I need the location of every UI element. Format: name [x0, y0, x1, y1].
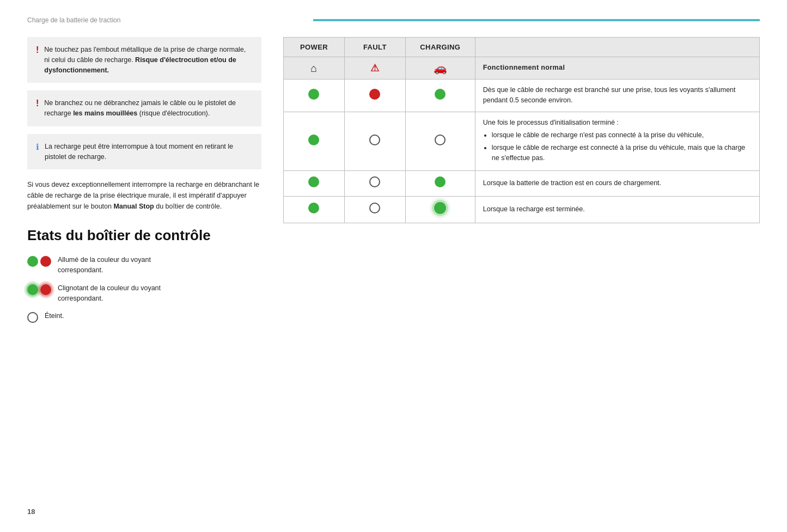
row4-power	[284, 197, 345, 223]
col-fault-icon: ⚠	[344, 57, 405, 80]
col-description-label	[475, 38, 759, 57]
warning-box-2: ! Ne branchez ou ne débranchez jamais le…	[27, 90, 261, 126]
normal-operation-label: Fonctionnement normal	[483, 64, 565, 71]
warning-text-1: Ne touchez pas l'embout métallique de la…	[44, 45, 253, 75]
main-layout: ! Ne touchez pas l'embout métallique de …	[27, 37, 760, 331]
led-row4-fault	[369, 203, 380, 213]
row4-fault	[344, 197, 405, 223]
led-off	[27, 312, 38, 323]
right-column: POWER FAULT CHARGING ⌂ ⚠ 🚗	[283, 37, 760, 331]
col-charging-label: CHARGING	[405, 38, 475, 57]
row1-power	[284, 80, 345, 112]
legend-item-off: Éteint.	[27, 311, 261, 323]
led-green-blink	[27, 284, 38, 295]
row2-description: Une fois le processus d'initialisation t…	[483, 118, 752, 164]
car-icon: 🚗	[434, 62, 447, 74]
col-charging-icon: 🚗	[405, 57, 475, 80]
table-row-2: Une fois le processus d'initialisation t…	[284, 112, 760, 171]
top-bar: Charge de la batterie de traction	[27, 16, 760, 24]
table-header-icons: ⌂ ⚠ 🚗 Fonctionnement normal	[284, 57, 760, 80]
legend-item-solid: Allumé de la couleur du voyantcorrespond…	[27, 255, 261, 276]
row4-description: Lorsque la recharge est terminée.	[483, 205, 585, 213]
row3-power	[284, 171, 345, 197]
top-bar-accent	[313, 19, 760, 21]
info-icon-1: ℹ	[36, 142, 39, 152]
exclamation-icon-2: !	[36, 99, 39, 108]
legend-text-blink: Clignotant de la couleur du voyantcorres…	[58, 283, 161, 304]
row3-desc: Lorsque la batterie de traction est en c…	[475, 171, 759, 197]
section-title: Etats du boîtier de contrôle	[27, 227, 261, 244]
led-row4-charging-blink	[434, 202, 446, 214]
led-row1-charging	[435, 89, 446, 100]
free-text: Si vous devez exceptionnellement interro…	[27, 179, 261, 212]
led-red-solid	[40, 256, 51, 267]
page-title: Charge de la batterie de traction	[27, 16, 120, 24]
led-row3-charging	[435, 176, 446, 187]
table-header-labels: POWER FAULT CHARGING	[284, 38, 760, 57]
info-text-1: La recharge peut être interrompue à tout…	[45, 142, 253, 162]
exclamation-icon-1: !	[36, 45, 39, 55]
table-row-3: Lorsque la batterie de traction est en c…	[284, 171, 760, 197]
row1-charging	[405, 80, 475, 112]
led-row1-fault	[369, 89, 380, 100]
col-power-icon: ⌂	[284, 57, 345, 80]
status-table: POWER FAULT CHARGING ⌂ ⚠ 🚗	[283, 37, 760, 223]
row1-desc: Dès que le câble de recharge est branché…	[475, 80, 759, 112]
left-column: ! Ne touchez pas l'embout métallique de …	[27, 37, 261, 331]
legend-icons-off	[27, 312, 38, 323]
col-desc-fonctionnement: Fonctionnement normal	[475, 57, 759, 80]
warning-box-1: ! Ne touchez pas l'embout métallique de …	[27, 37, 261, 83]
led-row2-fault	[369, 134, 380, 145]
legend-text-off: Éteint.	[45, 311, 64, 321]
row3-description: Lorsque la batterie de traction est en c…	[483, 179, 661, 187]
led-green-solid	[27, 256, 38, 267]
col-power-label: POWER	[284, 38, 345, 57]
page-number: 18	[27, 507, 35, 516]
row2-charging	[405, 112, 475, 171]
table-row-1: Dès que le câble de recharge est branché…	[284, 80, 760, 112]
row2-power	[284, 112, 345, 171]
legend-icons-solid	[27, 256, 51, 267]
info-box-1: ℹ La recharge peut être interrompue à to…	[27, 134, 261, 170]
row1-fault	[344, 80, 405, 112]
row3-fault	[344, 171, 405, 197]
legend-text-solid: Allumé de la couleur du voyantcorrespond…	[58, 255, 151, 276]
led-row3-power	[308, 176, 319, 187]
warning-text-2: Ne branchez ou ne débranchez jamais le c…	[44, 98, 253, 119]
warning-triangle-icon: ⚠	[370, 63, 379, 74]
led-row3-fault	[369, 176, 380, 187]
legend-item-blink: Clignotant de la couleur du voyantcorres…	[27, 283, 261, 304]
row2-desc: Une fois le processus d'initialisation t…	[475, 112, 759, 171]
house-icon: ⌂	[310, 62, 317, 74]
led-row2-power	[308, 134, 319, 145]
led-row4-power	[308, 203, 319, 213]
led-row1-power	[308, 89, 319, 100]
led-row2-charging	[435, 134, 446, 145]
led-red-blink	[40, 284, 51, 295]
row1-description: Dès que le câble de recharge est branché…	[483, 86, 736, 104]
legend-icons-blink	[27, 284, 51, 295]
legend-list: Allumé de la couleur du voyantcorrespond…	[27, 255, 261, 323]
row4-charging	[405, 197, 475, 223]
row2-fault	[344, 112, 405, 171]
row3-charging	[405, 171, 475, 197]
table-row-4: Lorsque la recharge est terminée.	[284, 197, 760, 223]
col-fault-label: FAULT	[344, 38, 405, 57]
row4-desc: Lorsque la recharge est terminée.	[475, 197, 759, 223]
